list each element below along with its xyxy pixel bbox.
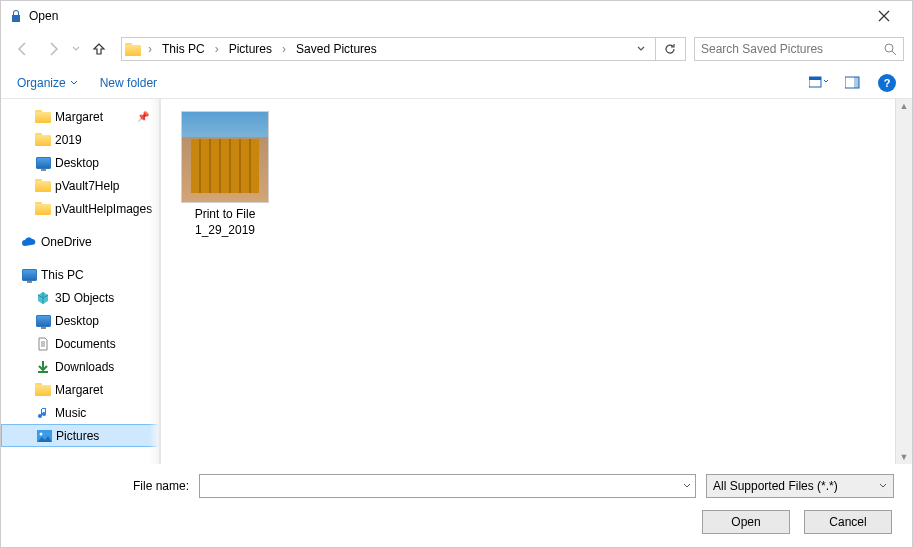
filetype-label: All Supported Files (*.*) [713, 479, 838, 493]
tree-item-label: Music [55, 406, 86, 420]
navigation-tree[interactable]: Margaret 📌 2019 Desktop pVault7Help pVau… [1, 99, 159, 464]
file-name: Print to File 1_29_2019 [195, 207, 256, 238]
filename-input[interactable] [199, 474, 696, 498]
chevron-down-icon[interactable] [683, 482, 691, 490]
tree-item-onedrive[interactable]: OneDrive [1, 230, 159, 253]
folder-icon [35, 201, 51, 217]
tree-item-desktop-pc[interactable]: Desktop [1, 309, 159, 332]
search-icon[interactable] [884, 43, 897, 56]
chevron-right-icon[interactable]: › [211, 42, 223, 56]
new-folder-button[interactable]: New folder [100, 76, 157, 90]
tree-item-label: Pictures [56, 429, 99, 443]
tree-item-downloads[interactable]: Downloads [1, 355, 159, 378]
window-title: Open [29, 9, 864, 23]
tree-item-margaret-pc[interactable]: Margaret [1, 378, 159, 401]
tree-item-label: Downloads [55, 360, 114, 374]
search-input[interactable] [701, 42, 884, 56]
breadcrumb-segment[interactable]: This PC [158, 42, 209, 56]
back-button[interactable] [9, 35, 37, 63]
filetype-select[interactable]: All Supported Files (*.*) [706, 474, 894, 498]
file-list[interactable]: Print to File 1_29_2019 ▲ ▼ [161, 99, 912, 464]
tree-item-3d-objects[interactable]: 3D Objects [1, 286, 159, 309]
tree-item-label: Desktop [55, 156, 99, 170]
chevron-right-icon[interactable]: › [144, 42, 156, 56]
chevron-down-icon[interactable] [879, 482, 887, 490]
folder-icon [35, 178, 51, 194]
folder-icon [35, 382, 51, 398]
body: Margaret 📌 2019 Desktop pVault7Help pVau… [1, 99, 912, 464]
svg-point-6 [39, 432, 42, 435]
tree-item-2019[interactable]: 2019 [1, 128, 159, 151]
3d-objects-icon [35, 290, 51, 306]
tree-item-label: This PC [41, 268, 84, 282]
tree-item-desktop[interactable]: Desktop [1, 151, 159, 174]
file-thumbnail [181, 111, 269, 203]
file-item[interactable]: Print to File 1_29_2019 [171, 109, 279, 240]
svg-rect-2 [809, 77, 821, 80]
svg-rect-4 [854, 77, 859, 88]
pictures-icon [36, 428, 52, 444]
folder-icon [124, 40, 142, 58]
titlebar: Open [1, 1, 912, 31]
refresh-button[interactable] [655, 37, 683, 61]
scroll-down-icon[interactable]: ▼ [900, 452, 909, 462]
tree-item-label: 3D Objects [55, 291, 114, 305]
preview-pane-button[interactable] [838, 71, 868, 95]
tree-item-pvaulthelpimages[interactable]: pVaultHelpImages [1, 197, 159, 220]
toolbar: Organize New folder ? [1, 67, 912, 99]
organize-button[interactable]: Organize [17, 76, 78, 90]
address-bar[interactable]: › This PC › Pictures › Saved Pictures [121, 37, 686, 61]
tree-item-music[interactable]: Music [1, 401, 159, 424]
tree-item-label: Documents [55, 337, 116, 351]
help-button[interactable]: ? [878, 74, 896, 92]
tree-item-thispc[interactable]: This PC [1, 263, 159, 286]
address-dropdown[interactable] [637, 45, 653, 53]
tree-item-label: Margaret [55, 383, 103, 397]
tree-item-margaret[interactable]: Margaret 📌 [1, 105, 159, 128]
bottom-panel: File name: All Supported Files (*.*) Ope… [1, 464, 912, 544]
new-folder-label: New folder [100, 76, 157, 90]
forward-button[interactable] [39, 35, 67, 63]
filename-label: File name: [19, 479, 189, 493]
desktop-icon [35, 155, 51, 171]
tree-item-label: pVaultHelpImages [55, 202, 152, 216]
open-button[interactable]: Open [702, 510, 790, 534]
tree-item-label: Margaret [55, 110, 103, 124]
recent-dropdown[interactable] [69, 35, 83, 63]
tree-item-label: pVault7Help [55, 179, 120, 193]
breadcrumb-segment[interactable]: Pictures [225, 42, 276, 56]
onedrive-icon [21, 234, 37, 250]
tree-item-label: OneDrive [41, 235, 92, 249]
documents-icon [35, 336, 51, 352]
thispc-icon [21, 267, 37, 283]
nav-row: › This PC › Pictures › Saved Pictures [1, 31, 912, 67]
up-button[interactable] [85, 35, 113, 63]
chevron-right-icon[interactable]: › [278, 42, 290, 56]
view-mode-button[interactable] [804, 71, 834, 95]
tree-item-documents[interactable]: Documents [1, 332, 159, 355]
scrollbar[interactable]: ▲ ▼ [895, 99, 912, 464]
tree-item-pvault7help[interactable]: pVault7Help [1, 174, 159, 197]
tree-item-label: 2019 [55, 133, 82, 147]
lock-icon [9, 9, 23, 23]
music-icon [35, 405, 51, 421]
scroll-up-icon[interactable]: ▲ [900, 101, 909, 111]
organize-label: Organize [17, 76, 66, 90]
close-button[interactable] [864, 1, 904, 31]
desktop-icon [35, 313, 51, 329]
breadcrumb-segment[interactable]: Saved Pictures [292, 42, 381, 56]
tree-item-label: Desktop [55, 314, 99, 328]
search-box[interactable] [694, 37, 904, 61]
cancel-button[interactable]: Cancel [804, 510, 892, 534]
svg-point-0 [885, 44, 893, 52]
folder-icon [35, 132, 51, 148]
pin-icon: 📌 [137, 111, 149, 122]
folder-icon [35, 109, 51, 125]
tree-item-pictures[interactable]: Pictures [1, 424, 159, 447]
downloads-icon [35, 359, 51, 375]
